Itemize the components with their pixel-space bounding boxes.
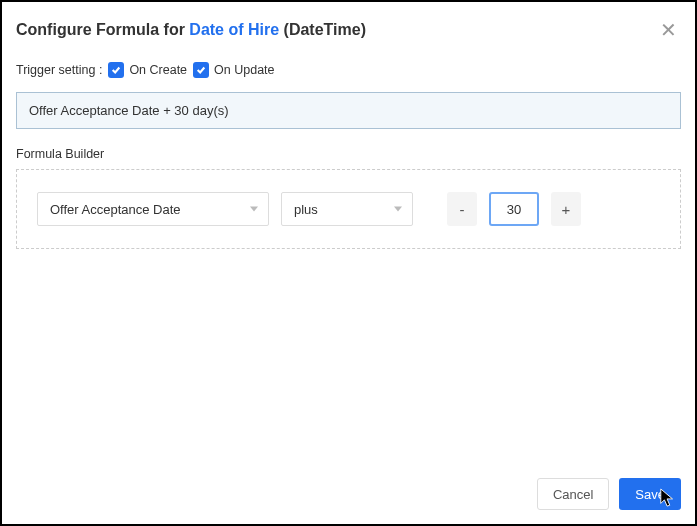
- on-update-label: On Update: [214, 63, 274, 77]
- modal-title: Configure Formula for Date of Hire (Date…: [16, 21, 366, 39]
- formula-builder-section: Formula Builder Offer Acceptance Date pl…: [16, 147, 681, 464]
- trigger-label: Trigger setting :: [16, 63, 102, 77]
- on-create-label: On Create: [129, 63, 187, 77]
- field-select-value: Offer Acceptance Date: [50, 202, 181, 217]
- modal-header: Configure Formula for Date of Hire (Date…: [16, 16, 681, 44]
- checkbox-icon: [193, 62, 209, 78]
- formula-preview: Offer Acceptance Date + 30 day(s): [16, 92, 681, 129]
- on-create-checkbox[interactable]: On Create: [108, 62, 187, 78]
- operator-select-value: plus: [294, 202, 318, 217]
- save-button[interactable]: Save: [619, 478, 681, 510]
- builder-row: Offer Acceptance Date plus - +: [37, 192, 660, 226]
- increment-button[interactable]: +: [551, 192, 581, 226]
- title-prefix: Configure Formula for: [16, 21, 189, 38]
- title-field-link[interactable]: Date of Hire: [189, 21, 279, 38]
- chevron-down-icon: [394, 207, 402, 212]
- chevron-down-icon: [250, 207, 258, 212]
- title-suffix: (DateTime): [279, 21, 366, 38]
- cancel-button[interactable]: Cancel: [537, 478, 609, 510]
- operator-select[interactable]: plus: [281, 192, 413, 226]
- close-icon[interactable]: ✕: [656, 16, 681, 44]
- decrement-button[interactable]: -: [447, 192, 477, 226]
- days-input[interactable]: [489, 192, 539, 226]
- builder-label: Formula Builder: [16, 147, 681, 161]
- field-select[interactable]: Offer Acceptance Date: [37, 192, 269, 226]
- builder-box: Offer Acceptance Date plus - +: [16, 169, 681, 249]
- configure-formula-modal: Configure Formula for Date of Hire (Date…: [2, 2, 695, 524]
- trigger-setting-row: Trigger setting : On Create On Update: [16, 62, 681, 78]
- checkbox-icon: [108, 62, 124, 78]
- modal-footer: Cancel Save: [16, 464, 681, 510]
- on-update-checkbox[interactable]: On Update: [193, 62, 274, 78]
